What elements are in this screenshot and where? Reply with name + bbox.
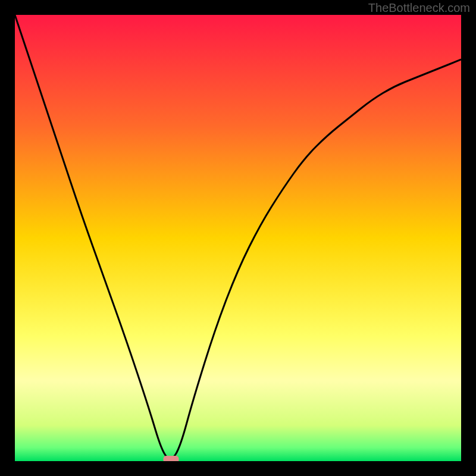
- gradient-background: [15, 15, 461, 461]
- chart-svg: [15, 15, 461, 461]
- optimal-point-marker: [164, 456, 179, 461]
- watermark-text: TheBottleneck.com: [368, 1, 470, 15]
- bottleneck-chart: [15, 15, 461, 461]
